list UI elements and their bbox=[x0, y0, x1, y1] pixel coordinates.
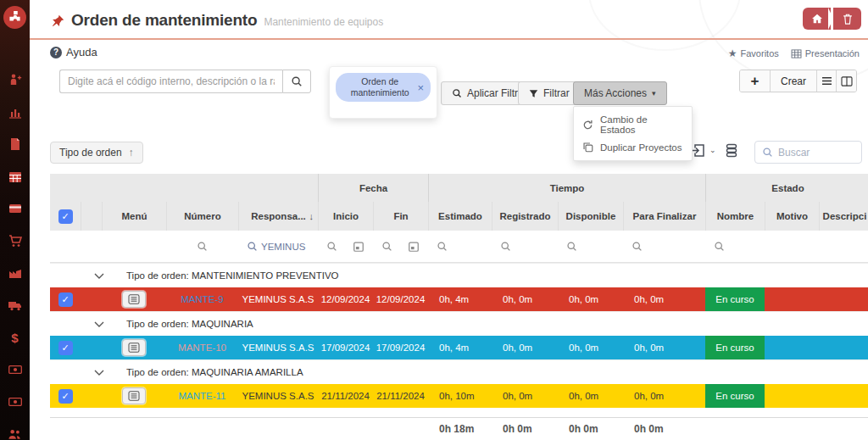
help-label: Ayuda bbox=[66, 46, 97, 58]
column-header-nombre[interactable]: Nombre bbox=[705, 202, 765, 231]
filter-fin[interactable] bbox=[373, 231, 428, 262]
search-icon bbox=[197, 241, 208, 252]
more-actions-label: Más Acciones bbox=[584, 87, 647, 99]
table-row[interactable]: ✓ MANTE-10 YEMINUS S.A.S 17/09/2024 17/0… bbox=[50, 336, 868, 359]
plus-icon: + bbox=[751, 73, 760, 90]
app-logo-icon[interactable] bbox=[3, 6, 26, 29]
orders-table: Fecha Tiempo Estado ✓ Menú Número Respon… bbox=[50, 174, 868, 440]
date-picker-icon[interactable] bbox=[353, 241, 364, 253]
banknote-2-icon[interactable] bbox=[8, 395, 22, 409]
create-button[interactable]: Crear bbox=[771, 70, 817, 92]
add-button[interactable]: + bbox=[740, 70, 771, 92]
filter-numero[interactable] bbox=[166, 231, 238, 262]
total-registrado: 0h 0m bbox=[492, 418, 558, 440]
close-icon[interactable]: × bbox=[417, 82, 424, 93]
presentation-link[interactable]: Presentación bbox=[791, 47, 860, 59]
cell-responsable: YEMINUS S.A.S bbox=[238, 287, 318, 311]
cell-estimado: 0h, 4m bbox=[428, 287, 492, 311]
dollar-icon[interactable]: $ bbox=[8, 331, 22, 344]
column-header-numero[interactable]: Número bbox=[166, 202, 238, 231]
filter-estimado[interactable] bbox=[428, 231, 492, 262]
column-header-descripcion[interactable]: Descripci bbox=[819, 202, 868, 231]
columns-view-button[interactable] bbox=[837, 70, 856, 92]
table-row[interactable]: ✓ MANTE-9 YEMINUS S.A.S 12/09/2024 12/09… bbox=[50, 287, 868, 311]
search-icon bbox=[452, 88, 462, 98]
filter-disponible[interactable] bbox=[558, 231, 623, 262]
apply-filter-label: Aplicar Filtro bbox=[467, 87, 524, 99]
factory-icon[interactable] bbox=[8, 266, 22, 280]
row-checkbox[interactable]: ✓ bbox=[58, 389, 73, 404]
cell-motivo bbox=[765, 287, 819, 311]
layers-icon[interactable] bbox=[725, 143, 738, 158]
search-icon bbox=[437, 241, 448, 252]
column-header-inicio[interactable]: Inicio bbox=[318, 202, 373, 231]
group-row-mantenimiento-preventivo[interactable]: Tipo de orden: MANTENIMIENTO PREVENTIVO bbox=[50, 263, 868, 287]
chevron-down-icon[interactable]: ⌄ bbox=[709, 146, 716, 154]
group-row-maquinaria[interactable]: Tipo de orden: MAQUINARIA bbox=[50, 311, 868, 336]
app-sidebar: $ bbox=[0, 0, 30, 440]
favorites-label: Favoritos bbox=[741, 48, 779, 58]
column-header-responsable[interactable]: Responsa... ↓ bbox=[238, 202, 318, 231]
more-actions-button[interactable]: Más Acciones ▾ bbox=[573, 81, 667, 105]
filter-label: Filtrar bbox=[543, 87, 570, 99]
filter-nombre[interactable] bbox=[705, 231, 765, 262]
list-view-button[interactable] bbox=[817, 70, 837, 92]
column-header-menu[interactable]: Menú bbox=[102, 202, 166, 231]
column-header-motivo[interactable]: Motivo bbox=[765, 202, 819, 231]
select-all-checkbox[interactable]: ✓ bbox=[58, 209, 73, 224]
row-checkbox[interactable]: ✓ bbox=[58, 292, 73, 307]
column-header-para-finalizar[interactable]: Para Finalizar bbox=[623, 202, 705, 231]
row-menu-button[interactable] bbox=[122, 387, 146, 404]
delete-button[interactable] bbox=[833, 8, 861, 30]
search-input[interactable] bbox=[59, 70, 282, 93]
filter-inicio[interactable] bbox=[318, 231, 373, 262]
cell-responsable: YEMINUS S.A.S bbox=[238, 336, 318, 359]
create-button-group: + Crear bbox=[739, 70, 857, 92]
credit-card-icon[interactable] bbox=[8, 202, 22, 215]
column-header-estimado[interactable]: Estimado bbox=[428, 202, 492, 231]
row-menu-button[interactable] bbox=[122, 339, 146, 356]
worker-icon[interactable] bbox=[8, 73, 22, 86]
cell-motivo bbox=[765, 336, 819, 359]
calendar-icon[interactable] bbox=[8, 170, 22, 183]
group-row-maquinaria-amarilla[interactable]: Tipo de orden: MAQUINARIA AMARILLA bbox=[50, 359, 868, 384]
help-link[interactable]: ? Ayuda bbox=[50, 46, 97, 58]
filter-chip[interactable]: Orden de mantenimiento × bbox=[336, 73, 431, 102]
menu-item-duplicar-proyectos[interactable]: Duplicar Proyectos bbox=[574, 138, 692, 156]
favorites-link[interactable]: ★ Favoritos bbox=[728, 47, 779, 59]
order-number-link[interactable]: MANTE-10 bbox=[178, 343, 226, 353]
column-header-disponible[interactable]: Disponible bbox=[558, 202, 623, 231]
filter-para-finalizar[interactable] bbox=[623, 231, 705, 262]
truck-icon[interactable] bbox=[8, 298, 22, 312]
home-button[interactable] bbox=[803, 8, 831, 30]
order-number-link[interactable]: MANTE-11 bbox=[178, 391, 225, 401]
users-icon[interactable] bbox=[8, 427, 22, 440]
column-header-fin[interactable]: Fin bbox=[373, 202, 428, 231]
search-icon bbox=[632, 241, 643, 252]
table-row[interactable]: ✓ MANTE-11 YEMINUS S.A.S 21/11/2024 21/1… bbox=[50, 384, 868, 408]
shopping-cart-icon[interactable] bbox=[8, 234, 22, 248]
table-filter-row: YEMINUS bbox=[50, 231, 868, 263]
row-checkbox[interactable]: ✓ bbox=[58, 341, 73, 355]
group-by-chip[interactable]: Tipo de orden ↑ bbox=[50, 142, 143, 164]
filter-responsable[interactable]: YEMINUS bbox=[238, 231, 318, 262]
order-number-link[interactable]: MANTE-9 bbox=[181, 294, 223, 304]
search-button[interactable] bbox=[282, 70, 311, 93]
cell-inicio: 12/09/2024 bbox=[318, 287, 373, 311]
menu-item-cambio-estados[interactable]: Cambio de Estados bbox=[574, 111, 692, 138]
bar-chart-icon[interactable] bbox=[8, 105, 22, 119]
search-icon bbox=[566, 241, 577, 252]
column-header-registrado[interactable]: Registrado bbox=[492, 202, 558, 231]
table-search-input[interactable] bbox=[778, 147, 850, 159]
page-title: Orden de mantenimiento bbox=[71, 11, 257, 30]
cell-descripcion bbox=[819, 336, 868, 359]
select-all-cell: ✓ bbox=[50, 202, 81, 231]
date-picker-icon[interactable] bbox=[408, 241, 420, 253]
cell-fin: 12/09/2024 bbox=[373, 287, 428, 311]
cell-fin: 17/09/2024 bbox=[373, 336, 428, 359]
banknote-icon[interactable] bbox=[8, 363, 22, 376]
document-icon[interactable] bbox=[8, 137, 22, 151]
cell-motivo bbox=[765, 384, 819, 408]
filter-registrado[interactable] bbox=[492, 231, 558, 262]
row-menu-button[interactable] bbox=[122, 291, 146, 308]
